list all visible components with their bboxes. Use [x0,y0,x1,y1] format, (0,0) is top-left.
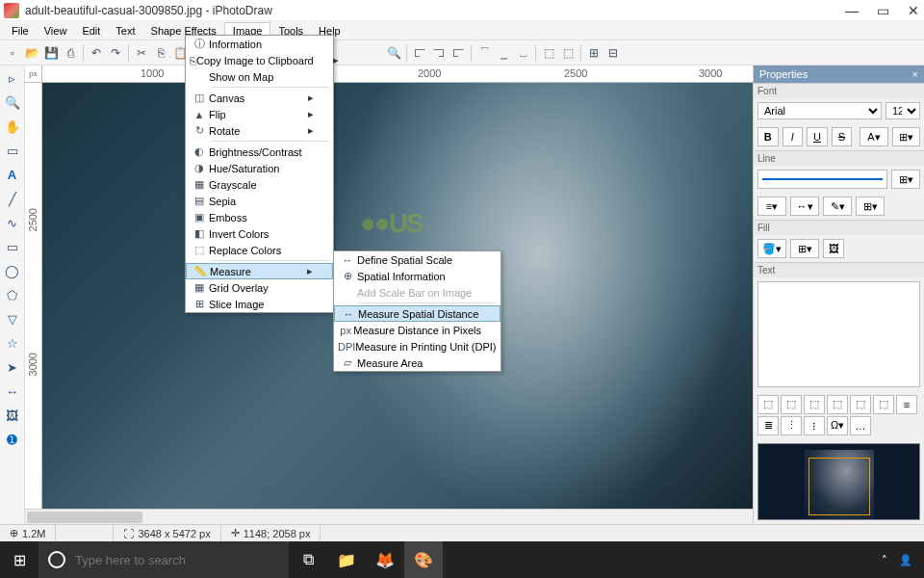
menu-item-measure-in-printing-unit-dpi-[interactable]: DPIMeasure in Printing Unit (DPI) [334,338,500,355]
align-list2-button[interactable]: ≣ [757,416,779,435]
menu-item-grid-overlay[interactable]: ▦Grid Overlay [186,279,333,296]
taskbar-search[interactable] [38,541,289,578]
line-start-button[interactable]: ≡▾ [757,197,786,216]
distribute-h-icon[interactable]: ⬚ [540,44,557,62]
menu-item-define-spatial-scale[interactable]: ↔Define Spatial Scale [334,251,500,268]
ellipse-tool-icon[interactable]: ◯ [4,262,21,279]
search-input[interactable] [75,553,279,567]
group-icon[interactable]: ⊞ [585,44,603,62]
start-button[interactable]: ⊞ [0,541,38,578]
underline-button[interactable]: U [807,127,828,146]
line-tool-icon[interactable]: ╱ [4,190,21,207]
app-taskbar-icon[interactable]: 🎨 [404,541,443,578]
menu-item-rotate[interactable]: ↻Rotate▸ [186,122,333,139]
copy-icon[interactable]: ⎘ [152,44,169,62]
italic-button[interactable]: I [783,127,804,146]
align-ml-button[interactable]: ⬚ [827,395,848,414]
task-view-icon[interactable]: ⧉ [289,541,327,578]
maximize-button[interactable]: ▭ [876,3,889,18]
tray-up-icon[interactable]: ˄ [882,554,887,566]
menu-item-replace-colors[interactable]: ⬚Replace Colors [186,242,333,258]
firefox-icon[interactable]: 🦊 [366,541,404,578]
polygon-tool-icon[interactable]: ⬠ [4,286,21,303]
distribute-v-icon[interactable]: ⬚ [559,44,577,62]
align-list4-button[interactable]: ⫶ [804,416,825,435]
menu-item-measure[interactable]: 📏Measure▸ [186,263,333,279]
undo-icon[interactable]: ↶ [88,44,105,62]
font-more-button[interactable]: ⊞▾ [892,127,920,146]
align-tr-button[interactable]: ⬚ [804,395,825,414]
menu-item-spatial-information[interactable]: ⊕Spatial Information [334,268,500,284]
close-button[interactable]: ✕ [907,3,920,18]
text-tool-icon[interactable]: A [4,166,21,183]
explorer-icon[interactable]: 📁 [327,541,366,578]
callout-tool-icon[interactable]: ▽ [4,310,21,328]
arrow-tool-icon[interactable]: ➤ [4,358,21,376]
align-list1-button[interactable]: ≡ [896,395,917,414]
scrollbar-horizontal[interactable] [25,509,753,524]
redo-icon[interactable]: ↷ [107,44,124,62]
menu-item-hue-saturation[interactable]: ◑Hue/Saturation [186,160,333,176]
align-right-icon[interactable]: ⫍ [449,44,467,62]
line-end-button[interactable]: ✎▾ [823,197,852,216]
rect-tool-icon[interactable]: ▭ [4,238,21,255]
menu-item-flip[interactable]: ▲Flip▸ [186,106,333,122]
fill-color-button[interactable]: 🪣▾ [757,239,786,258]
align-tc-button[interactable]: ⬚ [781,395,802,414]
menu-view[interactable]: View [37,23,75,39]
menu-edit[interactable]: Edit [74,23,108,39]
bold-button[interactable]: B [757,127,779,146]
align-top-icon[interactable]: ⎴ [475,44,493,62]
align-mr-button[interactable]: ⬚ [873,395,894,414]
menu-item-brightness-contrast[interactable]: ◐Brightness/Contrast [186,144,333,160]
curve-tool-icon[interactable]: ∿ [4,214,21,231]
menu-item-measure-distance-in-pixels[interactable]: pxMeasure Distance in Pixels [334,322,500,338]
align-tl-button[interactable]: ⬚ [757,395,779,414]
font-family-select[interactable]: Arial [757,102,882,119]
text-preview[interactable] [757,281,920,387]
line-more-button[interactable]: ⊞▾ [856,197,885,216]
zoom-tool-icon[interactable]: 🔍 [4,93,21,111]
line-mid-button[interactable]: ↔▾ [790,197,819,216]
image-tool-icon[interactable]: 🖼 [4,407,21,424]
font-color-button[interactable]: A▾ [860,127,887,146]
menu-item-invert-colors[interactable]: ◧Invert Colors [186,225,333,242]
number-tool-icon[interactable]: ➊ [4,431,21,448]
line-style-button[interactable]: ⊞▾ [891,170,920,189]
menu-item-emboss[interactable]: ▣Emboss [186,209,333,225]
shape-tool-icon[interactable]: ▭ [4,142,21,159]
line-preview[interactable] [757,170,887,189]
align-mc-button[interactable]: ⬚ [850,395,871,414]
menu-text[interactable]: Text [108,23,142,39]
menu-item-slice-image[interactable]: ⊞Slice Image [186,296,333,312]
align-left-icon[interactable]: ⫍ [411,44,428,62]
font-size-select[interactable]: 12 [886,102,920,119]
menu-item-show-on-map[interactable]: Show on Map [186,68,333,85]
menu-item-information[interactable]: ⓘInformation [186,36,333,52]
system-tray[interactable]: ˄ 👤 [882,554,924,566]
tray-user-icon[interactable]: 👤 [899,554,912,566]
fill-image-button[interactable]: 🖼 [823,239,844,258]
strike-button[interactable]: S [832,127,853,146]
fill-pattern-button[interactable]: ⊞▾ [790,239,819,258]
menu-file[interactable]: File [4,23,37,39]
print-icon[interactable]: ⎙ [62,44,79,62]
open-icon[interactable]: 📂 [23,44,40,62]
menu-item-grayscale[interactable]: ▦Grayscale [186,176,333,193]
symbol-button[interactable]: Ω▾ [827,416,848,435]
menu-item-sepia[interactable]: ▤Sepia [186,193,333,209]
menu-item-measure-spatial-distance[interactable]: ↔Measure Spatial Distance [334,305,500,322]
navigator-thumbnail[interactable] [757,443,920,520]
dimension-tool-icon[interactable]: ↔ [4,382,21,400]
align-list3-button[interactable]: ⋮ [781,416,802,435]
align-bottom-icon[interactable]: ⎵ [514,44,531,62]
align-center-icon[interactable]: ⫎ [430,44,448,62]
menu-item-measure-area[interactable]: ▱Measure Area [334,355,500,371]
star-tool-icon[interactable]: ☆ [4,334,21,352]
menu-item-canvas[interactable]: ◫Canvas▸ [186,90,333,106]
more-button[interactable]: … [850,416,871,435]
menu-item-add-scale-bar-on-image[interactable]: Add Scale Bar on Image [334,284,500,301]
minimize-button[interactable]: — [845,3,859,18]
save-icon[interactable]: 💾 [42,44,60,62]
pointer-tool-icon[interactable]: ▹ [4,69,21,87]
